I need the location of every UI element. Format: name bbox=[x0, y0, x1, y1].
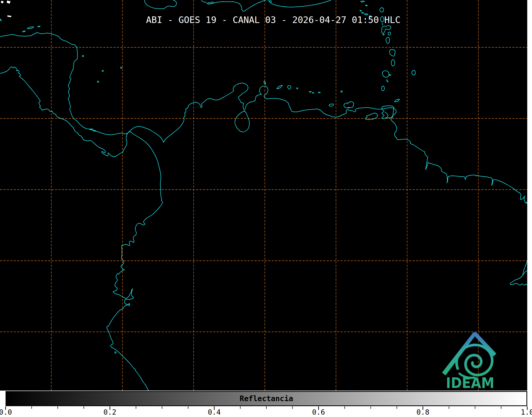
coastline-path bbox=[208, 2, 211, 4]
coastline-path bbox=[297, 88, 298, 89]
colorbar-ticks bbox=[6, 406, 527, 410]
coastline-path bbox=[0, 19, 1, 21]
coastline-path bbox=[381, 86, 384, 91]
coastline-path bbox=[121, 67, 122, 68]
coastline-path bbox=[361, 1, 365, 2]
coastline-path bbox=[309, 91, 311, 92]
coastline-path bbox=[360, 10, 362, 11]
coastline-path bbox=[0, 67, 163, 391]
colorbar: Reflectancia bbox=[6, 391, 527, 406]
coastline-path bbox=[510, 271, 527, 285]
coastline-path bbox=[268, 0, 331, 7]
colorbar-tick-label: 0.8 bbox=[416, 408, 429, 416]
coastline-path bbox=[245, 86, 527, 204]
coastline-path bbox=[344, 102, 354, 108]
coastline-path bbox=[82, 56, 84, 57]
coastline-path bbox=[38, 26, 40, 27]
corner-fragment bbox=[1, 1, 4, 3]
image-title: ABI - GOES 19 - CANAL 03 - 2026-04-27 01… bbox=[146, 15, 401, 25]
grid-layer bbox=[0, 0, 527, 391]
coastline-path bbox=[388, 32, 390, 35]
coastline-path bbox=[329, 104, 334, 106]
coastline-path bbox=[27, 27, 34, 29]
coastline-path bbox=[115, 352, 116, 353]
logo-text: IDEAM bbox=[446, 374, 494, 391]
coastline-path bbox=[202, 0, 266, 11]
ideam-logo: IDEAM bbox=[442, 332, 496, 391]
coastline-path bbox=[523, 260, 527, 275]
coastline-path bbox=[312, 93, 314, 93]
coastline-path bbox=[0, 33, 248, 142]
coastline-path bbox=[211, 2, 213, 3]
satellite-image-viewer: IDEAM 0.00.20.40.60.81.0 ABI - GOES 19 -… bbox=[0, 0, 532, 417]
map-overlay: IDEAM 0.00.20.40.60.81.0 bbox=[0, 0, 532, 417]
corner-fragments bbox=[1, 1, 11, 17]
coastline-path bbox=[383, 34, 384, 35]
coastline-path bbox=[365, 5, 367, 6]
coastline-path bbox=[145, 0, 177, 9]
coastline-path bbox=[394, 99, 399, 102]
coastline-path bbox=[341, 91, 342, 92]
colorbar-tick-label: 0.4 bbox=[208, 408, 221, 416]
colorbar-tick-labels: 0.00.20.40.60.81.0 bbox=[0, 408, 532, 416]
coastline-path bbox=[391, 59, 395, 66]
colorbar-tick-label: 1.0 bbox=[521, 408, 532, 416]
colorbar-tick-label: 0.2 bbox=[103, 408, 116, 416]
colorbar-tick-label: 0.6 bbox=[312, 408, 325, 416]
coastline-path bbox=[361, 12, 364, 13]
coastline-path bbox=[288, 86, 291, 90]
coastline-path bbox=[22, 31, 25, 32]
coastline-path bbox=[380, 8, 384, 12]
logo-swirl-icon bbox=[457, 345, 492, 375]
colorbar-label: Reflectancia bbox=[6, 392, 526, 405]
coastline-path bbox=[389, 49, 395, 56]
coastline-path bbox=[102, 70, 103, 72]
colorbar-tick-label: 0.0 bbox=[0, 408, 12, 416]
coastline-path bbox=[318, 92, 320, 93]
coastline-path bbox=[387, 81, 388, 82]
coastline-path bbox=[386, 37, 390, 44]
coastline-path bbox=[277, 85, 282, 89]
coastline-path bbox=[389, 75, 391, 75]
coastline-path bbox=[235, 111, 249, 132]
coastline-path bbox=[382, 26, 391, 34]
coastline-path bbox=[383, 71, 389, 77]
coastline-path bbox=[385, 112, 388, 118]
coastline-path bbox=[270, 1, 271, 2]
coastline-path bbox=[412, 70, 415, 75]
coastline-path bbox=[387, 80, 387, 81]
corner-fragment bbox=[7, 15, 11, 17]
corner-fragment bbox=[7, 1, 11, 4]
coastline-path bbox=[348, 107, 350, 108]
coastline-path bbox=[97, 81, 99, 83]
